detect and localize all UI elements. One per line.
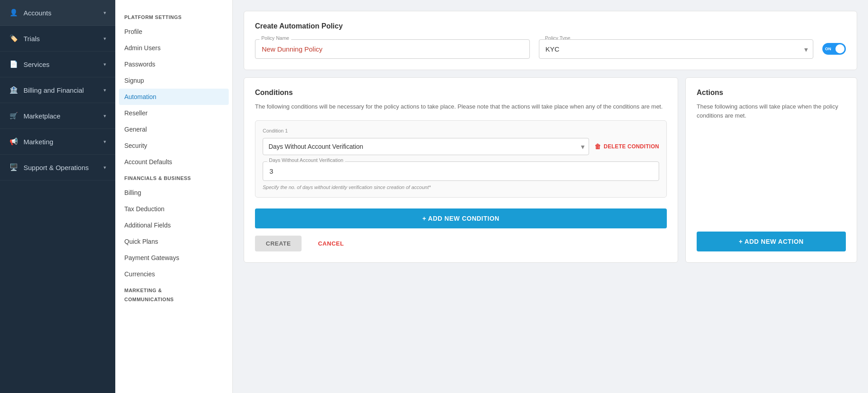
delete-condition-button[interactable]: 🗑 DELETE CONDITION [594, 143, 659, 150]
nav-item-admin-users[interactable]: Admin Users [115, 40, 232, 56]
sidebar-item-left: 🏷️ Trials [9, 34, 40, 43]
sidebar-item-left: 🖥️ Support & Operations [9, 163, 89, 172]
sidebar-item-marketplace[interactable]: 🛒 Marketplace ▾ [0, 103, 115, 129]
actions-title: Actions [697, 89, 846, 97]
toggle-container [822, 39, 846, 55]
main-content: Create Automation Policy Policy Name Pol… [233, 0, 868, 393]
policy-name-input[interactable] [255, 39, 530, 59]
nav-item-automation[interactable]: Automation [119, 89, 229, 105]
sidebar-item-billing[interactable]: 🏦 Billing and Financial ▾ [0, 77, 115, 103]
sidebar-item-label: Marketing [24, 138, 53, 146]
chevron-down-icon: ▾ [104, 36, 106, 42]
sidebar-item-left: 🛒 Marketplace [9, 111, 61, 120]
support-icon: 🖥️ [9, 163, 18, 172]
sidebar-item-support[interactable]: 🖥️ Support & Operations ▾ [0, 155, 115, 180]
sidebar-item-marketing[interactable]: 📢 Marketing ▾ [0, 129, 115, 155]
delete-icon: 🗑 [594, 143, 601, 150]
sidebar-item-left: 📄 Services [9, 60, 50, 69]
sidebar-item-left: 👤 Accounts [9, 8, 52, 17]
days-label: Days Without Account Verification [267, 157, 345, 163]
trials-icon: 🏷️ [9, 34, 18, 43]
sidebar-item-label: Billing and Financial [24, 86, 84, 94]
financials-heading: FINANCIALS & BUSINESS [115, 170, 232, 185]
chevron-down-icon: ▾ [104, 113, 106, 119]
condition-select-wrapper: Days Without Account Verification Days W… [263, 138, 589, 155]
marketing-sub-heading: COMMUNICATIONS [115, 297, 232, 306]
nav-item-account-defaults[interactable]: Account Defaults [115, 154, 232, 170]
nav-item-signup[interactable]: Signup [115, 72, 232, 89]
nav-item-profile[interactable]: Profile [115, 24, 232, 40]
actions-description: These following actions will take place … [697, 102, 846, 120]
sidebar-item-services[interactable]: 📄 Services ▾ [0, 52, 115, 77]
sidebar-item-label: Support & Operations [24, 164, 89, 171]
delete-condition-label: DELETE CONDITION [604, 143, 659, 150]
sidebar-item-left: 🏦 Billing and Financial [9, 85, 84, 95]
chevron-down-icon: ▾ [104, 87, 106, 93]
chevron-down-icon: ▾ [104, 165, 106, 170]
sidebar-item-label: Accounts [24, 9, 52, 17]
active-toggle[interactable] [822, 43, 846, 55]
middle-panel: PLATFORM SETTINGSProfileAdmin UsersPassw… [115, 0, 233, 393]
nav-item-payment-gateways[interactable]: Payment Gateways [115, 250, 232, 266]
sidebar-item-left: 📢 Marketing [9, 137, 53, 146]
policy-name-field: Policy Name [255, 39, 530, 59]
condition-label: Condition 1 [263, 128, 659, 133]
condition-row: Days Without Account Verification Days W… [263, 138, 659, 155]
nav-item-security[interactable]: Security [115, 137, 232, 154]
nav-item-passwords[interactable]: Passwords [115, 56, 232, 72]
nav-item-currencies[interactable]: Currencies [115, 266, 232, 282]
condition-box-1: Condition 1 Days Without Account Verific… [255, 120, 667, 198]
nav-item-tax-deduction[interactable]: Tax Deduction [115, 201, 232, 217]
card-title: Create Automation Policy [255, 22, 846, 30]
accounts-icon: 👤 [9, 8, 18, 17]
conditions-actions-row: Conditions The following conditions will… [244, 77, 857, 263]
sidebar-item-label: Services [24, 61, 50, 68]
billing-icon: 🏦 [9, 85, 18, 95]
sidebar: 👤 Accounts ▾ 🏷️ Trials ▾ 📄 Services ▾ 🏦 … [0, 0, 115, 393]
days-input[interactable] [263, 161, 659, 181]
days-field: Days Without Account Verification [263, 161, 659, 181]
nav-item-additional-fields[interactable]: Additional Fields [115, 217, 232, 233]
condition-type-select[interactable]: Days Without Account Verification Days W… [263, 138, 589, 155]
conditions-description: The following conditions will be necessa… [255, 102, 667, 111]
add-new-action-button[interactable]: + ADD NEW ACTION [697, 232, 846, 251]
sidebar-item-accounts[interactable]: 👤 Accounts ▾ [0, 0, 115, 26]
marketplace-icon: 🛒 [9, 111, 18, 120]
add-new-condition-button[interactable]: + ADD NEW CONDITION [255, 208, 667, 228]
create-button[interactable]: CREATE [255, 236, 302, 251]
policy-type-select[interactable]: KYC Dunning [539, 39, 814, 59]
chevron-down-icon: ▾ [104, 62, 106, 67]
chevron-down-icon: ▾ [104, 139, 106, 145]
services-icon: 📄 [9, 60, 18, 69]
create-automation-policy-card: Create Automation Policy Policy Name Pol… [244, 11, 857, 70]
sidebar-item-label: Marketplace [24, 112, 61, 120]
bottom-actions: CREATE CANCEL [255, 236, 667, 251]
sidebar-item-label: Trials [24, 35, 40, 43]
actions-card: Actions These following actions will tak… [685, 77, 857, 263]
sidebar-item-trials[interactable]: 🏷️ Trials ▾ [0, 26, 115, 52]
days-hint: Specify the no. of days without identity… [263, 185, 659, 190]
marketing-heading: MARKETING & [115, 282, 232, 297]
nav-item-reseller[interactable]: Reseller [115, 105, 232, 121]
nav-item-general[interactable]: General [115, 121, 232, 137]
cancel-button[interactable]: CANCEL [307, 236, 354, 251]
policy-type-select-wrapper: KYC Dunning [539, 39, 814, 59]
marketing-icon: 📢 [9, 137, 18, 146]
chevron-down-icon: ▾ [104, 10, 106, 16]
conditions-card: Conditions The following conditions will… [244, 77, 678, 263]
nav-item-quick-plans[interactable]: Quick Plans [115, 233, 232, 250]
policy-name-label: Policy Name [259, 35, 291, 41]
platform-settings-heading: PLATFORM SETTINGS [115, 9, 232, 24]
conditions-title: Conditions [255, 89, 667, 97]
policy-type-field: Policy Type KYC Dunning [539, 39, 814, 59]
toggle-knob [835, 44, 844, 53]
nav-item-billing[interactable]: Billing [115, 185, 232, 201]
